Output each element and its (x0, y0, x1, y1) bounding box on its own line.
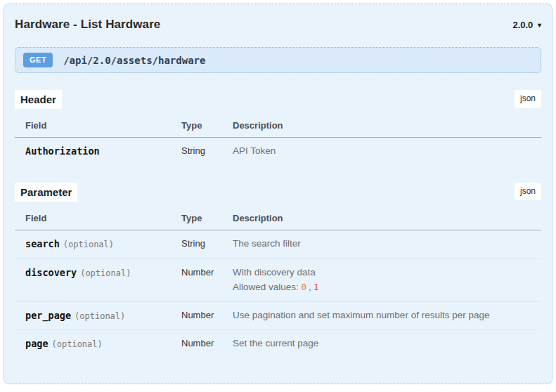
field-description: API Token (233, 138, 541, 166)
http-method-badge: GET (23, 53, 53, 67)
field-name: discovery (25, 267, 77, 278)
field-type: Number (181, 259, 233, 301)
column-header-field: Field (15, 206, 181, 230)
header-section: Header json Field Type Description Autho… (15, 90, 541, 166)
field-description: With discovery data (233, 267, 541, 279)
header-table: Field Type Description Authorization Str… (15, 113, 541, 166)
parameter-table: Field Type Description search(optional) … (15, 206, 541, 358)
table-row-search: search(optional) String The search filte… (15, 230, 541, 259)
parameter-section-heading-row: Parameter json (15, 183, 541, 202)
section-heading-header: Header (15, 90, 62, 109)
header-table-column-row: Field Type Description (15, 113, 541, 138)
field-type: String (181, 230, 233, 259)
field-type: String (181, 138, 233, 166)
allowed-value-0: 0 (302, 282, 307, 292)
section-heading-parameter: Parameter (15, 183, 77, 202)
field-cell: per_page(optional) (15, 301, 181, 330)
column-header-description: Description (233, 206, 541, 230)
allowed-values-label: Allowed values: (233, 282, 299, 292)
table-row-authorization: Authorization String API Token (15, 138, 541, 166)
header-json-toggle-button[interactable]: json (515, 90, 541, 108)
field-name: search (25, 238, 60, 249)
endpoint-box: GET /api/2.0/assets/hardware (15, 47, 541, 73)
title-row: Hardware - List Hardware 2.0.0 ▾ (15, 18, 541, 32)
field-name: per_page (25, 310, 71, 321)
field-description: The search filter (233, 230, 541, 259)
field-cell: search(optional) (15, 230, 181, 259)
version-dropdown[interactable]: 2.0.0 ▾ (512, 20, 541, 30)
column-header-type: Type (181, 206, 233, 230)
field-description-cell: With discovery data Allowed values: 0,1 (233, 259, 541, 301)
allowed-values-separator: , (309, 282, 311, 292)
field-description: Use pagination and set maximum number of… (233, 301, 541, 330)
parameter-table-column-row: Field Type Description (15, 206, 541, 230)
api-doc-panel: Hardware - List Hardware 2.0.0 ▾ GET /ap… (4, 4, 552, 384)
table-row-discovery: discovery(optional) Number With discover… (15, 259, 541, 301)
field-cell: page(optional) (15, 330, 181, 358)
column-header-field: Field (15, 113, 181, 138)
table-row-per-page: per_page(optional) Number Use pagination… (15, 301, 541, 330)
page-title: Hardware - List Hardware (15, 18, 160, 32)
field-type: Number (181, 301, 233, 330)
field-qualifier: (optional) (75, 311, 125, 321)
chevron-down-icon: ▾ (538, 21, 541, 29)
parameter-json-toggle-button[interactable]: json (515, 183, 541, 201)
header-section-heading-row: Header json (15, 90, 541, 109)
field-qualifier: (optional) (80, 268, 131, 278)
field-cell: Authorization (15, 138, 181, 166)
field-name: page (25, 338, 49, 349)
column-header-type: Type (181, 113, 233, 138)
allowed-value-1: 1 (313, 282, 319, 292)
field-type: Number (181, 330, 233, 358)
endpoint-path: /api/2.0/assets/hardware (63, 55, 205, 66)
parameter-section: Parameter json Field Type Description se… (15, 183, 541, 358)
table-row-page: page(optional) Number Set the current pa… (15, 330, 541, 358)
field-qualifier: (optional) (52, 339, 103, 349)
field-qualifier: (optional) (63, 240, 114, 249)
field-name: Authorization (25, 145, 100, 157)
field-cell: discovery(optional) (15, 259, 181, 301)
version-label: 2.0.0 (512, 20, 533, 30)
column-header-description: Description (233, 113, 541, 138)
field-description: Set the current page (233, 330, 541, 358)
allowed-values: Allowed values: 0,1 (233, 282, 541, 294)
